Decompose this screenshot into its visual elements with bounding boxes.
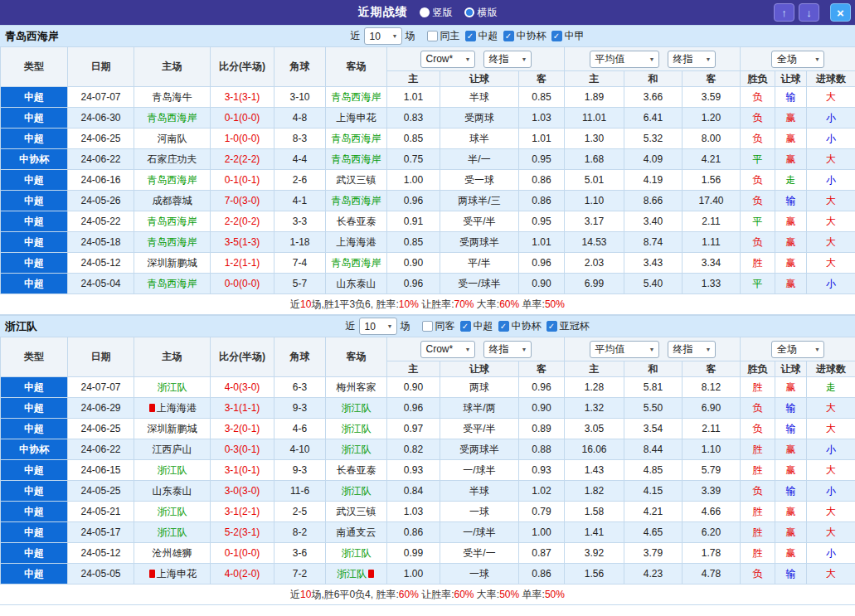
checkbox-checked-icon[interactable]: ✓ bbox=[460, 321, 471, 332]
summary-row: 近10场,胜1平3负6, 胜率:10% 让胜率:70% 大率:60% 单率:50… bbox=[0, 294, 855, 315]
subcol-away-odds: 客 bbox=[519, 71, 565, 87]
avg-away-odds-cell: 1.11 bbox=[683, 232, 741, 253]
radio-vertical[interactable]: 竖版 bbox=[420, 6, 453, 20]
filter-checkbox[interactable]: ✓中协杯 bbox=[498, 319, 542, 333]
result-outcome-cell: 胜 bbox=[741, 377, 775, 398]
chevron-down-icon: ▼ bbox=[649, 347, 655, 352]
checkbox-checked-icon[interactable]: ✓ bbox=[547, 321, 557, 332]
filter-bar: 近 10▼ 场 同客✓中超✓中协杯✓亚冠杯 bbox=[346, 318, 590, 335]
home-team-cell: 浙江队 bbox=[134, 522, 211, 543]
recent-count-select[interactable]: 10▼ bbox=[359, 318, 397, 335]
chevron-down-icon: ▼ bbox=[814, 347, 820, 352]
result-outcome-cell: 胜 bbox=[741, 460, 775, 481]
near-label: 近 bbox=[351, 29, 361, 43]
final-index-select-2[interactable]: 终指▼ bbox=[668, 51, 716, 68]
average-select[interactable]: 平均值▼ bbox=[590, 51, 659, 68]
away-team-cell: 青岛西海岸 bbox=[326, 253, 387, 274]
bookmaker-home-odds-cell: 0.90 bbox=[387, 253, 440, 274]
select-value: 终指 bbox=[489, 342, 509, 357]
col-score: 比分(半场) bbox=[211, 47, 274, 87]
result-handicap-cell: 赢 bbox=[775, 439, 807, 460]
bookmaker-home-odds-cell: 0.96 bbox=[387, 274, 440, 294]
radio-horizontal-dot[interactable] bbox=[464, 7, 474, 17]
bookmaker-home-odds-cell: 0.93 bbox=[387, 460, 440, 481]
avg-draw-odds-cell: 8.74 bbox=[624, 232, 683, 253]
match-row: 中超 24-06-15 浙江队 3-1(0-1) 9-3 长春亚泰 0.93 一… bbox=[1, 460, 855, 481]
full-match-select[interactable]: 全场▼ bbox=[771, 341, 824, 358]
section-zhejiang: 浙江队 近 10▼ 场 同客✓中超✓中协杯✓亚冠杯 类型 日期 主场 比分( bbox=[0, 315, 855, 605]
home-team-cell: 成都蓉城 bbox=[134, 191, 211, 211]
checkbox-checked-icon[interactable]: ✓ bbox=[498, 321, 509, 332]
match-row: 中超 24-05-25 山东泰山 3-0(3-0) 11-6 浙江队 0.84 … bbox=[1, 481, 855, 502]
bookmaker-away-odds-cell: 1.02 bbox=[519, 481, 565, 502]
bookmaker-select[interactable]: Crow*▼ bbox=[420, 341, 475, 358]
average-select[interactable]: 平均值▼ bbox=[590, 341, 659, 358]
home-team-cell: 浙江队 bbox=[134, 502, 211, 522]
bookmaker-away-odds-cell: 0.95 bbox=[519, 211, 565, 232]
close-button[interactable]: × bbox=[830, 3, 851, 22]
radio-horizontal[interactable]: 横版 bbox=[464, 6, 498, 20]
filter-checkbox[interactable]: 同客 bbox=[422, 319, 455, 333]
date-cell: 24-06-16 bbox=[68, 170, 134, 191]
chevron-down-icon: ▼ bbox=[522, 347, 527, 352]
col-date: 日期 bbox=[68, 47, 134, 87]
summary-text: 70% bbox=[454, 298, 474, 310]
avg-away-odds-cell: 5.79 bbox=[683, 460, 741, 481]
select-value: 全场 bbox=[777, 52, 797, 66]
recent-count-select[interactable]: 10▼ bbox=[364, 27, 402, 45]
select-value: 10 bbox=[370, 31, 381, 42]
checkbox-label: 中甲 bbox=[565, 29, 585, 43]
result-handicap-cell: 输 bbox=[775, 398, 807, 419]
avg-draw-odds-cell: 3.79 bbox=[624, 543, 683, 564]
result-outcome-cell: 胜 bbox=[741, 439, 775, 460]
home-team-cell: 青岛西海岸 bbox=[134, 170, 211, 191]
bookmaker-away-odds-cell: 0.86 bbox=[519, 170, 565, 191]
result-goals-cell: 大 bbox=[807, 253, 855, 274]
summary-text: 60% bbox=[454, 589, 474, 600]
match-row: 中超 24-05-26 成都蓉城 7-0(3-0) 4-1 青岛西海岸 0.96… bbox=[1, 191, 855, 211]
filter-checkbox[interactable]: ✓中甲 bbox=[551, 29, 585, 43]
team-name: 石家庄功夫 bbox=[148, 153, 197, 165]
score-cell: 3-1(0-1) bbox=[211, 460, 274, 481]
filter-checkbox[interactable]: ✓亚冠杯 bbox=[547, 319, 590, 333]
filter-checkbox[interactable]: ✓中超 bbox=[460, 319, 493, 333]
checkbox-unchecked-icon[interactable] bbox=[427, 31, 438, 41]
league-type-cell: 中超 bbox=[1, 481, 68, 502]
away-team-cell: 上海申花 bbox=[326, 108, 387, 129]
final-index-select-2[interactable]: 终指▼ bbox=[668, 341, 716, 358]
bookmaker-home-odds-cell: 0.99 bbox=[387, 543, 440, 564]
bookmaker-select[interactable]: Crow*▼ bbox=[420, 51, 475, 68]
radio-vertical-dot[interactable] bbox=[420, 7, 430, 17]
checkbox-checked-icon[interactable]: ✓ bbox=[551, 31, 562, 41]
avg-home-odds-cell: 1.10 bbox=[565, 191, 624, 211]
handicap-line-cell: 半球 bbox=[440, 481, 519, 502]
team-name: 梅州客家 bbox=[337, 381, 376, 393]
filter-checkbox[interactable]: 同主 bbox=[427, 29, 460, 43]
move-down-button[interactable]: ↓ bbox=[799, 3, 819, 22]
handicap-line-cell: 一球 bbox=[440, 564, 519, 584]
full-match-select[interactable]: 全场▼ bbox=[771, 51, 824, 68]
filter-checkbox[interactable]: ✓中协杯 bbox=[503, 29, 547, 43]
summary-text: 大率: bbox=[474, 298, 500, 312]
final-index-select[interactable]: 终指▼ bbox=[483, 341, 532, 358]
chevron-down-icon: ▼ bbox=[706, 347, 712, 352]
score-cell: 2-2(0-2) bbox=[211, 211, 274, 232]
result-handicap-cell: 赢 bbox=[775, 232, 807, 253]
avg-away-odds-cell: 1.56 bbox=[683, 170, 741, 191]
date-cell: 24-06-25 bbox=[68, 129, 134, 149]
final-index-select[interactable]: 终指▼ bbox=[483, 51, 532, 68]
result-handicap-cell: 输 bbox=[775, 191, 807, 211]
col-date: 日期 bbox=[68, 337, 134, 377]
checkbox-checked-icon[interactable]: ✓ bbox=[503, 31, 514, 41]
checkbox-unchecked-icon[interactable] bbox=[422, 321, 433, 332]
bookmaker-away-odds-cell: 0.85 bbox=[519, 87, 565, 108]
move-up-button[interactable]: ↑ bbox=[774, 3, 794, 22]
corner-cell: 9-3 bbox=[274, 460, 326, 481]
filter-checkbox[interactable]: ✓中超 bbox=[465, 29, 498, 43]
handicap-line-cell: 两球半/三 bbox=[440, 191, 519, 211]
team-title: 青岛西海岸 bbox=[0, 29, 59, 44]
checkbox-checked-icon[interactable]: ✓ bbox=[465, 31, 476, 41]
bookmaker-home-odds-cell: 0.96 bbox=[387, 191, 440, 211]
away-team-cell: 浙江队 bbox=[326, 398, 387, 419]
checkbox-label: 中超 bbox=[474, 319, 493, 333]
